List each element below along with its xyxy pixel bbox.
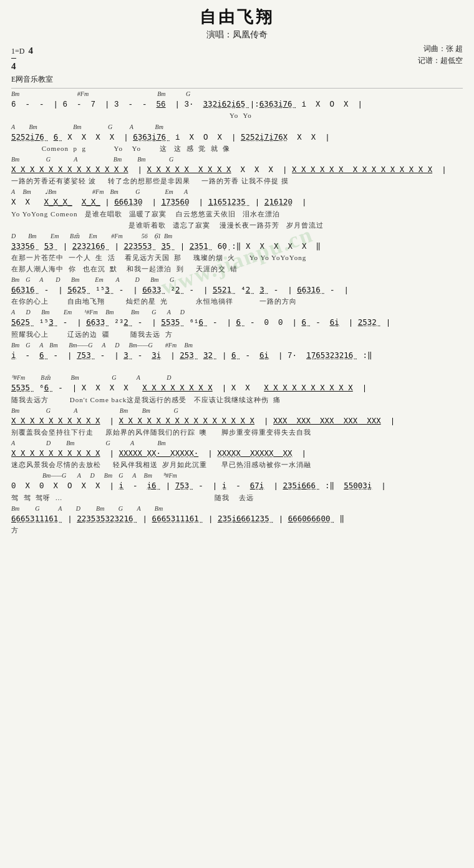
lyric-4b: 是谁听着歌 遗忘了寂寞 漫漫长夜一路芬芳 岁月曾流过 <box>11 221 463 231</box>
notation-10: X X X X X X X X X X | X X X X X X X X X … <box>11 416 463 428</box>
transcriber: 记谱：超低空 <box>418 55 463 67</box>
chord-row-5: D Bm Em Bm̄ Em #Fm 56 6̣1 Bm <box>11 233 463 241</box>
title-section: 自由飞翔 演唱：凤凰传奇 <box>11 6 463 41</box>
key-time: 1=D 44 <box>11 43 53 74</box>
chord-row-6: Bm G A D Bm Em A D Bm G <box>11 276 463 285</box>
chord-row-2: A Bm Bm G A Bm <box>11 123 463 132</box>
lyric-12: 驾 驾 驾呀 … 随我 去远 <box>11 493 463 503</box>
chord-row-3: Bm G A Bm Bm G <box>11 156 463 165</box>
lyric-7: 照耀我心上 辽远的边 疆 随我去远 方 <box>11 330 463 340</box>
notation-8: i̤ - 6̤ - | 7̤5̤3̤ - | 3̤ - 3̤i̤ | 2̤5̤3… <box>11 350 463 362</box>
notation-1: 6 - - | 6 - 7 | 3 - - 56 | 3· 3̤3̤2̤i̤6̤… <box>11 99 463 111</box>
chord-row-4: A Bm ♩Bm #Fm Bm G Em A <box>11 188 463 197</box>
chord-row-1: Bm #Fm Bm G <box>11 90 463 99</box>
chord-row-9: ⁹#Fm Bm̄ Bm G A D <box>11 374 463 383</box>
lyric-11: 迷恋风景我会尽情的去放松 轻风伴我相送 岁月如此沉重 早已热泪感动被你一水消融 <box>11 460 463 470</box>
music-section-9: ⁹#Fm Bm̄ Bm G A D 5̤5̤3̤5̤ ⁶6̤ - | X X X… <box>11 374 463 405</box>
notation-2: 5̤2̤5̤2̤i̤7̤6̤ 6̤ X X X X | 6̤3̤6̤3̤i̤7̤… <box>11 132 463 144</box>
lyric-5a: 在那一片苍茫中 一个人 生 活 看见远方天国 那 瑰璨的烟 火 Yo Yo Yo… <box>11 253 463 263</box>
music-section-3: Bm G A Bm Bm G X X X X X X X X X X X X X… <box>11 156 463 186</box>
notation-7: 5̤6̤2̤5̤ ¹⁵3̤ - | 6̤6̤3̤3̤ ²³2̤ - | 5̤5̤… <box>11 317 463 329</box>
chord-row-11: A D Bm G A Bm <box>11 440 463 448</box>
notation-5: 3̤3̤3̤5̤6̤ 5̤3̤ | 2̤2̤3̤2̤1̤6̤6̤ | 2̤2̤3… <box>11 241 463 253</box>
lyric-6: 在你的心上 自由地飞翔 灿烂的星 光 永恒地徜徉 一路的方向 <box>11 297 463 307</box>
music-section-10: Bm G A Bm Bm G X X X X X X X X X X | X X… <box>11 407 463 438</box>
lyric-2: Comeon p g Yo Yo 这 这 感 觉 就 像 <box>11 144 463 154</box>
music-section-12: Bm——G A D Bm G A Bm ⁹#Fm 0 X 0 X O X X |… <box>11 472 463 503</box>
lyric-13: 方 <box>11 526 463 536</box>
lyric-8 <box>11 362 463 372</box>
composer: 词曲：张 超 <box>418 43 463 55</box>
notation-11: X X X X X X X X X X | XXXXX X̤X̤· X̤X̤X̤… <box>11 448 463 460</box>
meta-right: 词曲：张 超 记谱：超低空 <box>418 43 463 67</box>
notation-13: 6̤6̤6̤5̤3̤1̤1̤1̤6̤1̤ | 2̤2̤3̤5̤3̤5̤3̤2̤3… <box>11 514 463 526</box>
divider-top <box>11 88 463 89</box>
music-content: Bm #Fm Bm G 6 - - | 6 - 7 | 3 - - 56 | 3… <box>11 90 463 536</box>
lyric-4a: Yo YoYong Comeon 是谁在唱歌 温暖了寂寞 白云悠悠蓝天依旧 泪水… <box>11 210 463 219</box>
school-label: E网音乐教室 <box>11 74 53 85</box>
chord-row-13: Bm G A D Bm G A Bm <box>11 505 463 514</box>
chord-row-7: A D Bm Em ¹#Fm Bm Bm G A D <box>11 309 463 317</box>
lyric-10: 别覆盖我会坚持往下行走 原始界的风伴随我们的行踪 噢 脚步重变得重变得失去自我 <box>11 428 463 438</box>
page-content: www.jianpu.cn 自由飞翔 演唱：凤凰传奇 1=D 44 E网音乐教室… <box>11 6 463 536</box>
music-section-7: A D Bm Em ¹#Fm Bm Bm G A D 5̤6̤2̤5̤ ¹⁵3̤… <box>11 309 463 339</box>
music-section-13: Bm G A D Bm G A Bm 6̤6̤6̤5̤3̤1̤1̤1̤6̤1̤ … <box>11 505 463 536</box>
lyric-3: 一路的芳香还有婆娑轻 波 转了念的想那些是非因果 一路的芳香 让我不停捉 摸 <box>11 176 463 186</box>
chord-row-10: Bm G A Bm Bm G <box>11 407 463 416</box>
notation-3: X X X X X X X X X X X X X | X X X X X X … <box>11 165 463 176</box>
music-section-1: Bm #Fm Bm G 6 - - | 6 - 7 | 3 - - 56 | 3… <box>11 90 463 121</box>
music-section-11: A D Bm G A Bm X X X X X X X X X X | XXXX… <box>11 440 463 470</box>
chord-row-12: Bm——G A D Bm G A Bm ⁹#Fm <box>11 472 463 481</box>
music-section-4: A Bm ♩Bm #Fm Bm G Em A X X X̲X̲X̲ X̲X̲ |… <box>11 188 463 230</box>
meta-row: 1=D 44 E网音乐教室 词曲：张 超 记谱：超低空 <box>11 43 463 85</box>
music-section-8: Bm G A Bm Bm——G A D Bm——G #Fm Bm i̤ - 6̤… <box>11 342 463 372</box>
lyric-1: Yo Yo <box>11 112 463 122</box>
lyric-9: 随我去远方 Don't Come back这是我远行的感受 不应该让我继续这种伤… <box>11 395 463 405</box>
page: www.jianpu.cn 自由飞翔 演唱：凤凰传奇 1=D 44 E网音乐教室… <box>0 0 474 868</box>
main-title: 自由飞翔 <box>11 6 463 28</box>
notation-4: X X X̲X̲X̲ X̲X̲ | 6̤6̤6̤1̤3̤0 | 1̤7̤3̤5̤… <box>11 197 463 209</box>
lyric-5b: 在那人潮人海中 你 也在沉 默 和我一起漂泊 到 天涯的交 错 <box>11 264 463 274</box>
notation-9: 5̤5̤3̤5̤ ⁶6̤ - | X X X X X X X X X X X X… <box>11 383 463 395</box>
music-section-6: Bm G A D Bm Em A D Bm G 6̤6̤3̤1̤6̤ - | 5… <box>11 276 463 307</box>
music-section-5: D Bm Em Bm̄ Em #Fm 56 6̣1 Bm 3̤3̤3̤5̤6̤ … <box>11 233 463 274</box>
meta-left: 1=D 44 E网音乐教室 <box>11 43 53 85</box>
notation-12: 0 X 0 X O X X | i̤ - i̤6̤ | 7̤5̤3̤ - | i… <box>11 481 463 493</box>
chord-row-8: Bm G A Bm Bm——G A D Bm——G #Fm Bm <box>11 342 463 350</box>
notation-6: 6̤6̤3̤1̤6̤ - | 5̤6̤2̤5̤ ¹⁵3̤ - | 6̤6̤3̤3… <box>11 285 463 297</box>
subtitle: 演唱：凤凰传奇 <box>11 29 463 41</box>
music-section-2: A Bm Bm G A Bm 5̤2̤5̤2̤i̤7̤6̤ 6̤ X X X X… <box>11 123 463 154</box>
